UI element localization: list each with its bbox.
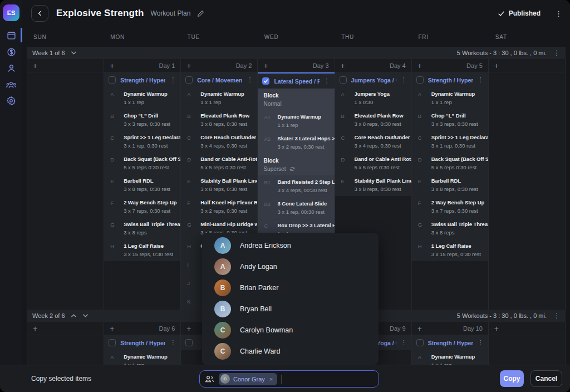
workout-checkbox[interactable] [185,76,193,84]
workout-checkbox[interactable] [262,77,269,85]
workout-card[interactable]: Strength / Hypertro...⋮ADynamic Warmup1 … [412,72,488,261]
exercise-row[interactable]: A1Dynamic Warmup1 x 1 rep [258,110,334,132]
add-workout-button[interactable]: + [33,61,37,70]
workout-kebab-menu[interactable]: ⋮ [478,76,484,84]
add-workout-button[interactable]: + [110,61,114,70]
athlete-option[interactable]: CCharlie Ward [202,341,379,362]
athlete-option[interactable]: CCarolyn Bowman [202,320,379,341]
athlete-option[interactable]: AAndrea Erickson [202,235,379,256]
exercise-row[interactable]: CSprint >> 1 Leg Declarations3 x 1 rep, … [412,131,488,153]
add-workout-button[interactable]: + [417,61,422,70]
exercise-row[interactable]: A2Skater 3 Lateral Hops >> ...3 x 2 reps… [258,132,334,154]
workout-title[interactable]: Jumpers Yoga / Core [351,77,396,84]
workout-checkbox[interactable] [109,76,116,84]
exercise-scheme: 1 x 0:30 [355,99,390,105]
workout-kebab-menu[interactable]: ⋮ [247,76,253,84]
exercise-row[interactable]: ADynamic Warmup1 x 1 rep [181,87,257,109]
workout-title[interactable]: Strength / Hypertro... [428,77,473,84]
cancel-button[interactable]: Cancel [530,370,562,387]
workout-checkbox[interactable] [185,339,193,346]
workout-title[interactable]: Strength / Hypertro... [428,340,473,346]
exercise-row[interactable]: BChop “L” Drill3 x 3 reps, 0:30 rest [412,109,488,131]
athlete-option[interactable]: BBryan Bell [202,298,379,320]
billing-icon[interactable] [0,45,22,59]
add-workout-button[interactable]: + [417,324,422,333]
week-collapse-icon[interactable] [71,313,77,318]
add-workout-button[interactable]: + [494,61,499,70]
workout-checkbox[interactable] [340,76,347,84]
exercise-row[interactable]: BElevated Plank Row3 x 8 reps, 0:30 rest [181,109,257,131]
copy-button[interactable]: Copy [500,370,524,387]
workout-checkbox[interactable] [109,339,116,346]
exercise-row[interactable]: F2 Way Bench Step Up3 x 7 reps, 0:30 res… [104,196,180,218]
exercise-row[interactable]: BChop “L” Drill3 x 3 reps, 0:30 rest [104,109,180,131]
back-button[interactable] [31,5,48,22]
exercise-row[interactable]: EStability Ball Plank Linear ...3 x 8 re… [335,174,411,196]
exercise-row[interactable]: EBarbell RDL3 x 8 reps, 0:30 rest [104,174,180,196]
add-workout-button[interactable]: + [186,324,191,333]
add-workout-button[interactable]: + [494,324,499,333]
exercise-row[interactable]: GSwiss Ball Triple Threat3 x 8 reps [104,218,180,239]
exercise-row[interactable]: EStability Ball Plank Linear ...3 x 8 re… [181,174,257,196]
exercise-letter: B2 [264,200,273,215]
workout-title[interactable]: Lateral Speed / Plyo [274,78,319,85]
chip-remove-icon[interactable]: × [269,376,273,383]
week-expand-icon[interactable] [82,313,89,318]
exercise-row[interactable]: CCore Reach Out/Under3 x 4 reps, 0:30 re… [181,131,257,153]
exercise-row[interactable]: DBand or Cable Anti-Rotati...5 x 5 reps … [181,153,257,174]
exercise-row[interactable]: CSprint >> 1 Leg Declarations3 x 1 rep, … [104,131,180,153]
workout-kebab-menu[interactable]: ⋮ [170,339,176,346]
exercise-row[interactable]: ADynamic Warmup1 x 1 rep [412,87,488,109]
week-expand-icon[interactable] [71,51,77,55]
add-workout-button[interactable]: + [263,61,268,70]
athlete-option[interactable]: BBrian Parker [202,277,379,298]
exercise-row[interactable]: H1 Leg Calf Raise3 x 15 reps, 0:30 rest [104,239,180,261]
add-workout-button[interactable]: + [341,61,345,70]
week-label: Week 2 of 6 [32,312,65,319]
header-kebab-menu[interactable]: ⋮ [555,10,562,17]
exercise-row[interactable]: EBarbell RDL3 x 8 reps, 0:30 rest [412,174,488,196]
published-status[interactable]: Published [498,9,540,17]
groups-icon[interactable] [0,77,22,92]
add-workout-button[interactable]: + [186,61,191,70]
exercise-row[interactable]: B23 Cone Lateral Slide3 x 1 rep, 00:30 r… [258,197,334,219]
day-cell-header: +Day 4 [335,59,411,72]
exercise-row[interactable]: B1Band Resisted 2 Step Late...3 x 4 reps… [258,175,334,197]
workout-checkbox[interactable] [416,76,424,84]
week-kebab-menu[interactable]: ⋮ [553,49,560,57]
exercise-row[interactable]: FHalf Kneel Hip Flexor Rais...3 x 2 reps… [181,196,257,218]
workout-card[interactable]: Strength / Hypertro...⋮ADynamic Warmup1 … [104,72,180,261]
settings-gear-icon[interactable] [0,94,22,108]
workout-title[interactable]: Strength / Hypertro... [120,77,165,84]
exercise-row[interactable]: AJumpers Yoga1 x 0:30 [335,87,411,109]
edit-title-icon[interactable] [197,10,204,17]
exercise-row[interactable]: DBack Squat (Back Off Set)5 x 5 reps 0:3… [412,153,488,174]
add-workout-button[interactable]: + [110,324,114,333]
workout-title[interactable]: Strength / Hypertro... [120,340,165,346]
workout-card[interactable]: Lateral Speed / Plyo⋮BlockNormalA1Dynami… [258,72,334,259]
exercise-row[interactable]: GSwiss Ball Triple Threat3 x 8 reps [412,218,488,239]
exercise-row[interactable]: BElevated Plank Row3 x 8 reps, 0:30 rest [335,109,411,131]
add-workout-button[interactable]: + [33,324,37,333]
exercise-row[interactable]: DBand or Cable Anti Rotati...5 x 5 reps … [335,153,411,174]
workout-kebab-menu[interactable]: ⋮ [401,76,407,84]
workout-kebab-menu[interactable]: ⋮ [401,339,407,346]
calendar-icon[interactable] [0,28,22,42]
workout-title[interactable]: Core / Movement Q... [197,77,242,84]
workout-kebab-menu[interactable]: ⋮ [478,339,484,346]
workout-kebab-menu[interactable]: ⋮ [170,76,176,84]
exercise-row[interactable]: DBack Squat (Back Off Set)5 x 5 reps 0:3… [104,153,180,174]
exercise-row[interactable]: ADynamic Warmup1 x 1 rep [104,87,180,109]
athlete-option[interactable]: AAndy Logan [202,256,379,277]
week-kebab-menu[interactable]: ⋮ [553,312,560,320]
workout-card[interactable]: Jumpers Yoga / Core⋮AJumpers Yoga1 x 0:3… [335,72,411,196]
exercise-row[interactable]: CCore Reach Out/Under3 x 4 reps, 0:30 re… [335,131,411,153]
app-logo[interactable]: ES [3,4,19,21]
workout-kebab-menu[interactable]: ⋮ [324,77,330,85]
workout-checkbox[interactable] [416,339,424,346]
exercise-row[interactable]: H1 Leg Calf Raise3 x 15 reps, 0:30 rest [412,239,488,261]
selected-athlete-chip[interactable]: C Conor Gray × [219,373,277,385]
person-icon[interactable] [0,61,22,75]
exercise-row[interactable]: F2 Way Bench Step Up3 x 7 reps, 0:30 res… [412,196,488,218]
athlete-search-input[interactable]: C Conor Gray × [199,370,379,388]
